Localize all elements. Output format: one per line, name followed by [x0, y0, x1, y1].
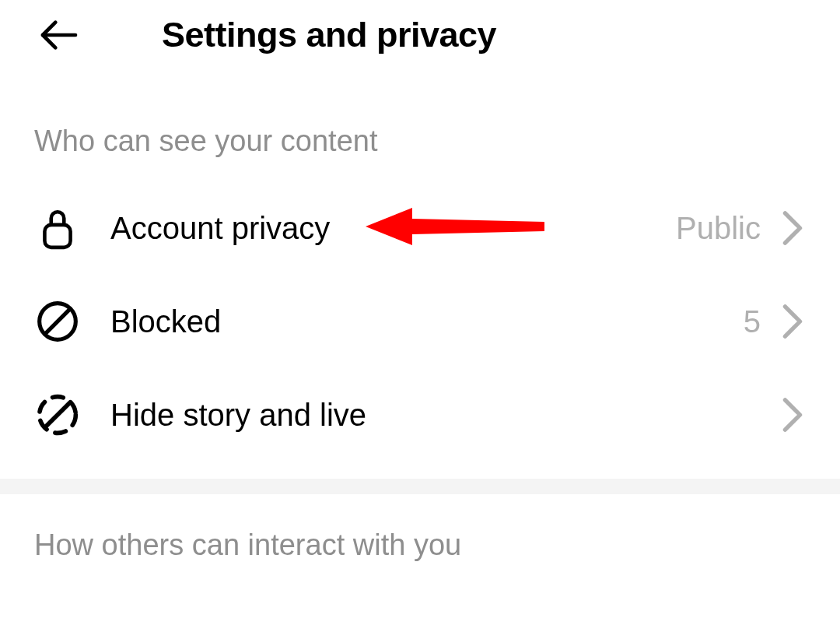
row-value: Public: [676, 211, 761, 246]
svg-line-4: [45, 309, 71, 335]
chevron-right-icon: [779, 301, 806, 342]
row-blocked[interactable]: Blocked 5: [0, 275, 840, 368]
svg-rect-1: [44, 225, 70, 248]
row-hide-story-live[interactable]: Hide story and live: [0, 368, 840, 462]
row-value: 5: [744, 304, 761, 339]
arrow-left-icon: [37, 13, 81, 57]
section-title-interact: How others can interact with you: [0, 494, 840, 585]
section-title-see-content: Who can see your content: [0, 70, 840, 181]
ban-icon: [34, 298, 81, 345]
lock-icon: [34, 205, 81, 251]
header: Settings and privacy: [0, 0, 840, 70]
row-account-privacy[interactable]: Account privacy Public: [0, 181, 840, 275]
back-button[interactable]: [34, 10, 84, 60]
chevron-right-icon: [779, 208, 806, 248]
chevron-right-icon: [779, 395, 806, 435]
row-label: Hide story and live: [110, 398, 761, 433]
page-title: Settings and privacy: [162, 15, 496, 55]
section-divider: [0, 479, 840, 494]
svg-line-6: [45, 402, 71, 428]
hide-story-icon: [34, 392, 81, 438]
row-label: Account privacy: [110, 211, 676, 246]
row-label: Blocked: [110, 304, 744, 339]
